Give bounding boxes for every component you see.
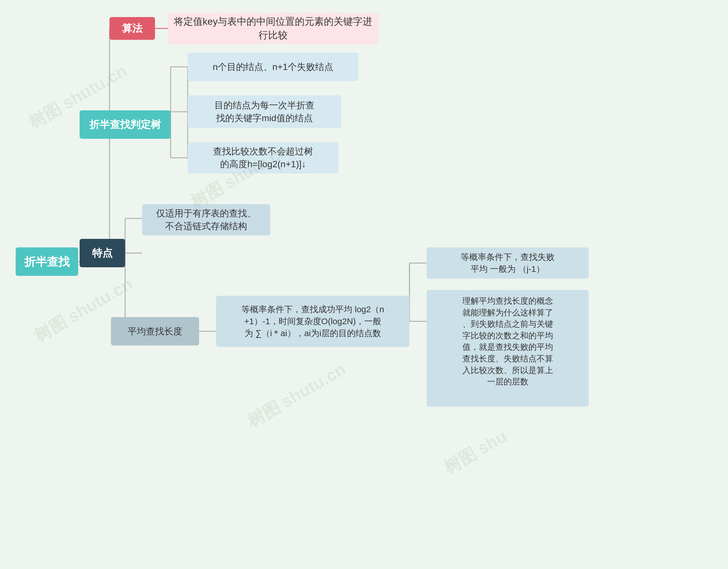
understand-node: 理解平均查找长度的概念 就能理解为什么这样算了 、到失败结点之前与关键 字比较的… <box>427 290 589 407</box>
ht2-node: 目的结点为每一次半折查 找的关键字mid值的结点 <box>188 95 341 128</box>
ht1-node: n个目的结点、n+1个失败结点 <box>188 53 358 81</box>
root-node: 折半查找 <box>16 247 78 276</box>
ht3-node: 查找比较次数不会超过树 的高度h=[log2(n+1)]↓ <box>188 142 338 173</box>
fail-avg-node: 等概率条件下，查找失败 平均 一般为 （j-1） <box>427 247 589 279</box>
feature-node: 特点 <box>80 239 125 267</box>
watermark-5: 树图 shu <box>440 425 511 480</box>
avg-desc-node: 等概率条件下，查找成功平均 log2（n +1）-1，时间复杂度O(log2N)… <box>216 296 409 347</box>
half-tree-node: 折半查找判定树 <box>80 110 171 139</box>
avg-len-node: 平均查找长度 <box>111 317 199 345</box>
connectors <box>0 0 728 569</box>
only-ordered-node: 仅适用于有序表的查找、 不合适链式存储结构 <box>142 204 270 235</box>
algo-desc-node: 将定值key与表中的中间位置的元素的关键字进行比较 <box>168 13 378 44</box>
watermark-4: 树图 shutu.cn <box>243 358 350 433</box>
algo-node: 算法 <box>109 17 155 40</box>
